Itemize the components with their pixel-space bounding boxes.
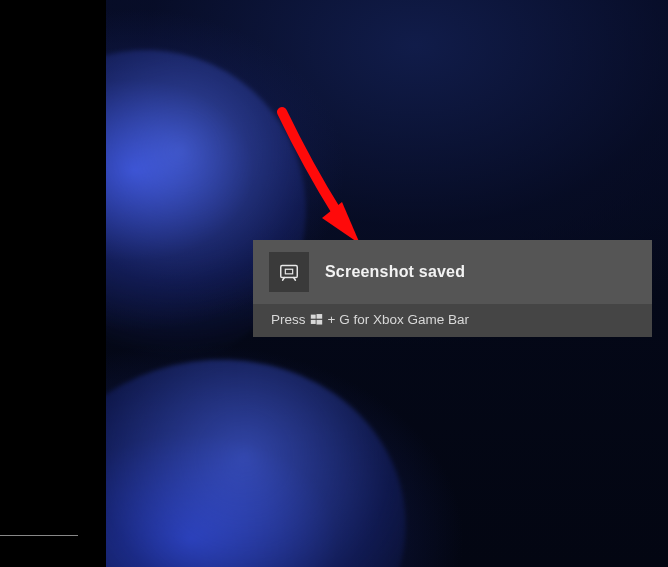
left-black-region: [0, 0, 106, 567]
svg-rect-5: [311, 320, 316, 324]
screenshot-saved-notification[interactable]: Screenshot saved Press + G for Xbox Game…: [253, 240, 652, 337]
notification-icon-box: [269, 252, 309, 292]
svg-rect-4: [317, 314, 323, 319]
screenshot-icon: [278, 261, 300, 283]
hint-suffix: + G for Xbox Game Bar: [328, 312, 469, 327]
svg-rect-3: [311, 315, 316, 319]
svg-rect-6: [317, 320, 323, 325]
screenshot-canvas: Screenshot saved Press + G for Xbox Game…: [0, 0, 668, 567]
windows-key-icon: [310, 313, 324, 327]
hint-prefix: Press: [271, 312, 306, 327]
notification-title: Screenshot saved: [325, 263, 465, 281]
svg-rect-1: [281, 266, 298, 278]
notification-hint: Press + G for Xbox Game Bar: [253, 304, 652, 337]
notification-header[interactable]: Screenshot saved: [253, 240, 652, 304]
left-divider-line: [0, 535, 78, 536]
svg-rect-2: [285, 269, 292, 274]
